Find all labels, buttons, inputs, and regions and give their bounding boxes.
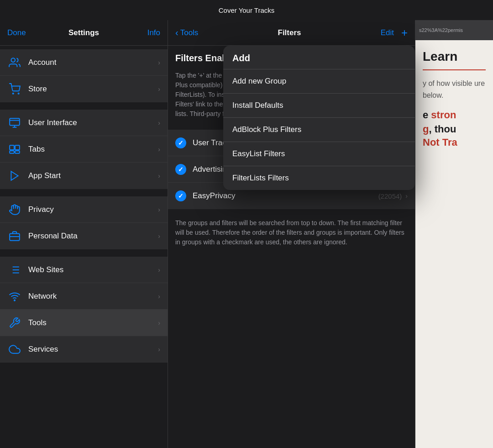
ui-label: User Interface xyxy=(28,118,158,127)
sidebar-item-personal-data[interactable]: Personal Data › xyxy=(0,223,168,249)
tabs-chevron: › xyxy=(158,146,160,153)
personal-data-chevron: › xyxy=(158,232,160,240)
sidebar-item-user-interface[interactable]: User Interface › xyxy=(0,110,168,136)
learn-body: y of how visible ure below. xyxy=(423,78,486,101)
sidebar-item-app-start[interactable]: App Start › xyxy=(0,163,168,189)
info-button[interactable]: Info xyxy=(109,28,160,37)
url-text: s22%3A%22permis xyxy=(419,27,463,33)
dropdown-header: Add xyxy=(223,46,415,69)
user-tracking-checkbox[interactable]: ✓ xyxy=(175,137,186,148)
sidebar-title: Settings xyxy=(58,28,110,37)
people-icon xyxy=(7,55,22,70)
filters-panel: ‹ Tools Filters Edit + Filters Enabled T… xyxy=(168,20,415,448)
add-dropdown: Add Add new Group Install Defaults AdBlo… xyxy=(223,46,415,190)
sidebar-header: Done Settings Info xyxy=(0,20,168,46)
sidebar-item-tools[interactable]: Tools › xyxy=(0,310,168,336)
tools-chevron: › xyxy=(158,319,160,327)
url-bar: s22%3A%22permis xyxy=(415,20,493,40)
sidebar-section-4: Web Sites › Network › xyxy=(0,257,168,363)
sidebar-item-privacy[interactable]: Privacy › xyxy=(0,196,168,223)
account-label: Account xyxy=(28,58,158,67)
filters-title: Filters xyxy=(198,28,380,37)
divider-2 xyxy=(0,189,168,193)
play-icon xyxy=(7,169,22,183)
store-label: Store xyxy=(28,84,158,94)
back-chevron-icon: ‹ xyxy=(175,27,178,38)
back-label: Tools xyxy=(180,28,199,37)
sidebar-section-1: Account › Store › xyxy=(0,49,168,102)
not-tracking-text: Not Tra xyxy=(423,137,486,148)
advertising-checkbox[interactable]: ✓ xyxy=(175,164,186,175)
checkmark-icon: ✓ xyxy=(178,166,184,173)
easyprivacy-count: (22054) xyxy=(378,192,402,200)
cart-icon xyxy=(7,82,22,96)
learn-content: Learn y of how visible ure below. e stro… xyxy=(415,40,493,448)
status-bar-title: Cover Your Tracks xyxy=(219,6,275,14)
tools-icon xyxy=(7,316,22,330)
main-layout: Done Settings Info Account › xyxy=(0,20,493,448)
learn-panel: s22%3A%22permis Learn y of how visible u… xyxy=(415,20,493,448)
sidebar-item-services[interactable]: Services › xyxy=(0,336,168,363)
add-filter-button[interactable]: + xyxy=(401,26,408,39)
svg-rect-7 xyxy=(15,151,20,153)
easyprivacy-checkbox[interactable]: ✓ xyxy=(175,190,186,201)
cloud-icon xyxy=(7,342,22,357)
divider-1 xyxy=(0,102,168,106)
learn-divider xyxy=(423,69,486,70)
sidebar: Done Settings Info Account › xyxy=(0,20,168,448)
app-start-label: App Start xyxy=(28,171,158,180)
easyprivacy-chevron: › xyxy=(405,192,408,200)
tabs-icon xyxy=(7,142,22,157)
filters-actions: Edit + xyxy=(381,26,408,39)
store-chevron: › xyxy=(158,85,160,93)
dropdown-item-install-defaults[interactable]: Install Defaults xyxy=(223,94,415,118)
ui-chevron: › xyxy=(158,119,160,126)
dropdown-item-filterlists[interactable]: FilterLists Filters xyxy=(223,166,415,190)
strong-text-comma: , thou xyxy=(429,123,456,135)
learn-strong-text-2: g, thou xyxy=(423,122,486,137)
svg-rect-5 xyxy=(15,145,20,150)
network-label: Network xyxy=(28,292,158,301)
done-button[interactable]: Done xyxy=(7,28,58,37)
sidebar-section-2: User Interface › Tabs › xyxy=(0,110,168,189)
dropdown-item-adblock-plus[interactable]: AdBlock Plus Filters xyxy=(223,118,415,142)
sidebar-item-web-sites[interactable]: Web Sites › xyxy=(0,257,168,283)
window-icon xyxy=(7,116,22,130)
learn-title: Learn xyxy=(423,49,486,64)
edit-button[interactable]: Edit xyxy=(381,28,394,37)
sidebar-item-network[interactable]: Network › xyxy=(0,283,168,310)
back-to-tools[interactable]: ‹ Tools xyxy=(175,27,198,38)
learn-strong-text: e stron xyxy=(423,108,486,122)
strong-highlight-1: stron xyxy=(431,109,456,121)
sidebar-section-3: Privacy › Personal Data › xyxy=(0,196,168,249)
easyprivacy-name: EasyPrivacy xyxy=(193,191,378,200)
filters-header: ‹ Tools Filters Edit + xyxy=(168,20,415,46)
wifi-icon xyxy=(7,289,22,304)
briefcase-icon xyxy=(7,229,22,243)
privacy-chevron: › xyxy=(158,206,160,213)
svg-rect-6 xyxy=(10,151,14,153)
svg-rect-3 xyxy=(10,118,20,125)
list-icon xyxy=(7,263,22,277)
services-chevron: › xyxy=(158,346,160,353)
tabs-label: Tabs xyxy=(28,145,158,154)
checkmark-icon: ✓ xyxy=(178,139,184,147)
status-bar: Cover Your Tracks xyxy=(0,0,493,20)
svg-marker-8 xyxy=(11,171,18,180)
account-chevron: › xyxy=(158,59,160,66)
tools-label: Tools xyxy=(28,318,158,327)
sidebar-item-tabs[interactable]: Tabs › xyxy=(0,136,168,163)
divider-3 xyxy=(0,249,168,253)
sidebar-item-account[interactable]: Account › xyxy=(0,49,168,76)
privacy-label: Privacy xyxy=(28,205,158,214)
network-chevron: › xyxy=(158,293,160,300)
checkmark-icon: ✓ xyxy=(178,192,184,200)
svg-point-2 xyxy=(18,93,19,94)
services-label: Services xyxy=(28,345,158,354)
filters-footer-text: The groups and filters will be searched … xyxy=(168,213,415,253)
strong-highlight-2: g xyxy=(423,123,429,135)
sidebar-item-store[interactable]: Store › xyxy=(0,76,168,102)
dropdown-item-add-new-group[interactable]: Add new Group xyxy=(223,69,415,94)
dropdown-item-easylist[interactable]: EasyList Filters xyxy=(223,142,415,166)
strong-text-1: e xyxy=(423,109,431,121)
